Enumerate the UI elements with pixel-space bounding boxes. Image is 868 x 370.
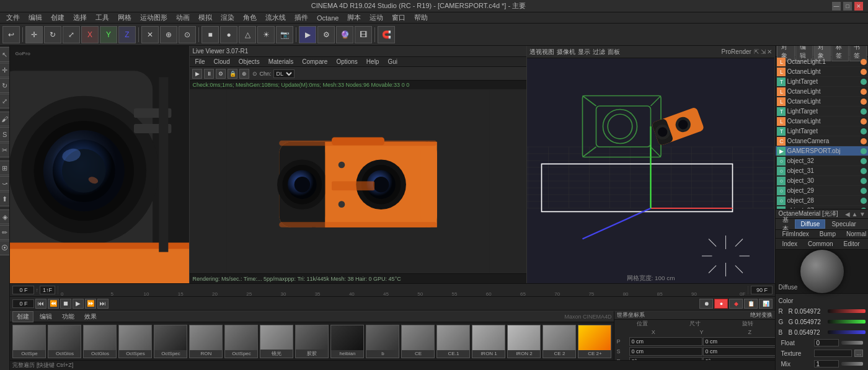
prev-frame-btn[interactable]: ⏪ (48, 299, 59, 309)
minimize-btn[interactable]: — (832, 2, 841, 11)
menu-item-角色[interactable]: 角色 (239, 12, 260, 23)
mat-slot-8[interactable]: 胶胶 (295, 325, 329, 358)
paint-tool[interactable]: 🖌 (0, 112, 10, 126)
coords-abs-btn[interactable]: 绝对变换 (750, 311, 773, 319)
render-settings-btn[interactable]: ⚙ (317, 26, 335, 43)
lv-pause[interactable]: ⏸ (204, 69, 214, 79)
menu-item-运动图形[interactable]: 运动图形 (136, 12, 171, 23)
lv-octane[interactable]: ⊕ (239, 69, 249, 79)
mat-slot-3[interactable]: OctSpes (118, 325, 152, 358)
end-frame-input[interactable] (751, 286, 773, 294)
obj-item-13[interactable]: ○ object_29 (776, 186, 868, 196)
mat-tab-create[interactable]: 创建 (12, 311, 33, 322)
obj-item-0[interactable]: L OctaneLight.1 (776, 57, 868, 67)
mat-slot-16[interactable]: CE 2+ (578, 325, 611, 358)
scale-y-input[interactable] (703, 347, 776, 356)
scale-btn[interactable]: ⤢ (63, 26, 80, 43)
coords-world-btn[interactable]: 世界坐标系 (617, 311, 645, 319)
pt3-index[interactable]: Index (777, 240, 802, 248)
render-btn[interactable]: ▶ (299, 26, 316, 43)
fps-input[interactable] (40, 286, 55, 294)
axis-x-btn[interactable]: X (81, 26, 99, 43)
lv-compare[interactable]: Compare (298, 58, 331, 65)
pos-y-input[interactable] (703, 337, 776, 346)
extrude-tool[interactable]: ⬆ (0, 192, 10, 206)
pt-diffuse[interactable]: Diffuse (795, 219, 825, 229)
motion-clip-btn[interactable]: 📋 (744, 299, 758, 309)
snap-btn[interactable]: 🧲 (378, 26, 395, 43)
pt2-filmindex[interactable]: FilmIndex (777, 230, 813, 238)
pos-x-input[interactable] (629, 337, 702, 346)
move-tool[interactable]: ✛ (0, 63, 10, 77)
magnet-tool[interactable]: ⦿ (0, 240, 10, 255)
menu-item-创建[interactable]: 创建 (47, 12, 68, 23)
pt2-bump[interactable]: Bump (815, 230, 841, 238)
go-start-btn[interactable]: ⏮ (35, 299, 46, 309)
cube-btn[interactable]: ■ (202, 26, 219, 43)
menu-item-Octane[interactable]: Octane (313, 14, 342, 22)
menu-item-运动[interactable]: 运动 (366, 12, 387, 23)
lv-objects[interactable]: Objects (235, 58, 264, 65)
obj-item-10[interactable]: ○ object_32 (776, 156, 868, 166)
mat-slot-10[interactable]: b (366, 325, 399, 358)
tool5[interactable]: ✕ (141, 26, 159, 43)
obj-item-7[interactable]: T LightTarget (776, 126, 868, 136)
camera-btn[interactable]: 📷 (276, 26, 293, 43)
mat-slot-9[interactable]: heibian (330, 325, 364, 358)
auto-keyframe-btn[interactable]: ● (714, 299, 728, 309)
bridge-tool[interactable]: ⤻ (0, 176, 10, 191)
tool6[interactable]: ⊕ (160, 26, 177, 43)
float-input[interactable] (814, 339, 839, 346)
menu-item-工具[interactable]: 工具 (92, 12, 113, 23)
go-end-btn[interactable]: ⏭ (97, 299, 108, 309)
select-tool[interactable]: ↖ (0, 47, 10, 62)
pt-roughness[interactable]: Roughness (862, 219, 868, 229)
mat-tab-function[interactable]: 功能 (58, 312, 78, 322)
menu-item-插件[interactable]: 插件 (291, 12, 312, 23)
obj-item-9[interactable]: ▶ GAMERSPORT.obj (776, 146, 868, 156)
color-r-slider[interactable] (828, 309, 866, 313)
lv-lock[interactable]: 🔒 (228, 69, 237, 79)
maximize-btn[interactable]: □ (843, 2, 852, 11)
mat-slot-5[interactable]: RON (189, 325, 223, 358)
stop-btn[interactable]: ⏹ (60, 299, 71, 309)
obj-item-3[interactable]: L OctaneLight (776, 87, 868, 97)
next-frame-btn[interactable]: ⏩ (85, 299, 96, 309)
poly-pen-tool[interactable]: ✏ (0, 225, 10, 240)
knife-tool[interactable]: ✂ (0, 143, 10, 157)
lv-cloud[interactable]: Cloud (210, 58, 234, 65)
mat-slot-12[interactable]: CE.1 (436, 325, 470, 358)
menu-item-动画[interactable]: 动画 (172, 12, 193, 23)
lv-play[interactable]: ▶ (192, 69, 202, 79)
menu-item-渲染[interactable]: 渲染 (217, 12, 238, 23)
lv-gui[interactable]: Gui (384, 58, 401, 65)
obj-item-5[interactable]: T LightTarget (776, 107, 868, 117)
render-area[interactable] (190, 89, 526, 273)
scale-x-input[interactable] (629, 347, 702, 356)
viewport-left[interactable]: GoPro (10, 46, 190, 283)
mix-slider[interactable] (841, 362, 863, 366)
menu-item-选择[interactable]: 选择 (69, 12, 91, 23)
pt2-normal[interactable]: Normal (841, 230, 868, 238)
lv-options[interactable]: Options (332, 58, 361, 65)
lv-channel-select[interactable]: DL (273, 69, 294, 78)
current-frame-input[interactable] (12, 299, 34, 308)
mat-slot-13[interactable]: IRON 1 (472, 325, 505, 358)
obj-item-8[interactable]: C OctaneCamera (776, 136, 868, 146)
undo-btn[interactable]: ↩ (2, 26, 20, 43)
mat-slot-7[interactable]: 镜光 (260, 325, 293, 358)
obj-item-6[interactable]: L OctaneLight (776, 117, 868, 126)
texture-input[interactable] (814, 350, 852, 357)
move-btn[interactable]: ✛ (25, 26, 43, 43)
mat-slot-1[interactable]: OctGlos (48, 325, 81, 358)
mat-slot-0[interactable]: OctSpe (12, 325, 46, 358)
menu-item-编辑[interactable]: 编辑 (25, 12, 46, 23)
time-track-btn[interactable]: 📊 (759, 299, 773, 309)
light-btn[interactable]: ☀ (257, 26, 275, 43)
menu-item-文件[interactable]: 文件 (2, 12, 24, 23)
obj-item-14[interactable]: ○ object_28 (776, 196, 868, 206)
mat-tab-effect[interactable]: 效果 (81, 312, 100, 322)
axis-y-btn[interactable]: Y (100, 26, 117, 43)
pt3-editor[interactable]: Editor (839, 240, 865, 248)
obj-item-2[interactable]: T LightTarget (776, 77, 868, 87)
